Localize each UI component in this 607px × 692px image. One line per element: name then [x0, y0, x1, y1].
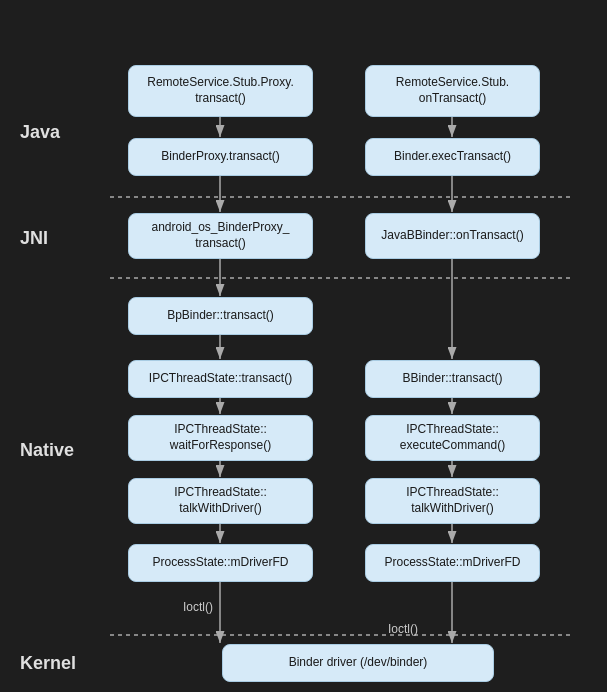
jni-layer-label: JNI	[20, 228, 48, 249]
box-binder-driver: Binder driver (/dev/binder)	[222, 644, 494, 682]
box-ipcthread-transact: IPCThreadState::transact()	[128, 360, 313, 398]
box-bpbinder-transact: BpBinder::transact()	[128, 297, 313, 335]
box-javabbinder: JavaBBinder::onTransact()	[365, 213, 540, 259]
box-binder-exec: Binder.execTransact()	[365, 138, 540, 176]
box-ipcthread-wait: IPCThreadState:: waitForResponse()	[128, 415, 313, 461]
diagram: Java JNI Native Kernel	[0, 0, 607, 692]
label-ioctl-left: Ioctl()	[183, 600, 213, 614]
kernel-layer-label: Kernel	[20, 653, 76, 674]
java-layer-label: Java	[20, 122, 60, 143]
box-processstate-left: ProcessState::mDriverFD	[128, 544, 313, 582]
box-bbinder-transact: BBinder::transact()	[365, 360, 540, 398]
box-android-os-binder: android_os_BinderProxy_ transact()	[128, 213, 313, 259]
box-remote-stub-proxy: RemoteService.Stub.Proxy. transact()	[128, 65, 313, 117]
label-ioctl-right: Ioctl()	[388, 622, 418, 636]
box-remote-stub-on: RemoteService.Stub. onTransact()	[365, 65, 540, 117]
box-ipcthread-talk-right: IPCThreadState:: talkWithDriver()	[365, 478, 540, 524]
native-layer-label: Native	[20, 440, 74, 461]
box-processstate-right: ProcessState::mDriverFD	[365, 544, 540, 582]
box-ipcthread-execute: IPCThreadState:: executeCommand()	[365, 415, 540, 461]
box-binder-proxy-transact: BinderProxy.transact()	[128, 138, 313, 176]
box-ipcthread-talk-left: IPCThreadState:: talkWithDriver()	[128, 478, 313, 524]
